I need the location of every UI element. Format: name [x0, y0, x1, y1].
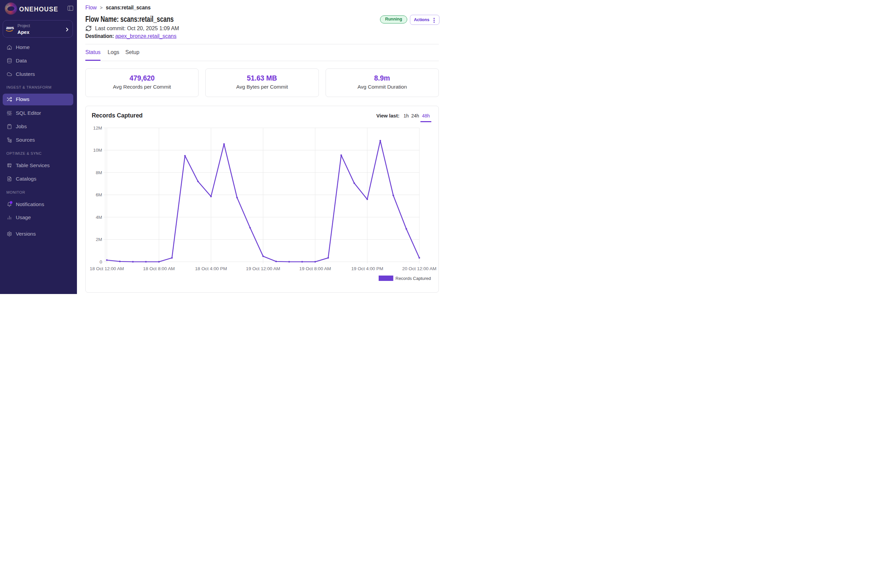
svg-text:8M: 8M [96, 170, 102, 175]
svg-text:2M: 2M [96, 237, 102, 242]
svg-text:6M: 6M [96, 192, 102, 197]
svg-text:10M: 10M [93, 148, 102, 153]
svg-text:12M: 12M [93, 126, 102, 130]
svg-text:19 Oct 12:00 AM: 19 Oct 12:00 AM [246, 266, 280, 271]
svg-text:20 Oct 12:00 AM: 20 Oct 12:00 AM [402, 266, 436, 271]
svg-text:Records Captured: Records Captured [396, 276, 431, 281]
svg-text:4M: 4M [96, 215, 102, 220]
svg-text:aws: aws [6, 25, 14, 30]
svg-text:19 Oct 8:00 AM: 19 Oct 8:00 AM [300, 266, 331, 271]
svg-text:18 Oct 4:00 PM: 18 Oct 4:00 PM [195, 266, 227, 271]
svg-text:18 Oct 12:00 AM: 18 Oct 12:00 AM [90, 266, 124, 271]
svg-text:SQL: SQL [7, 111, 12, 114]
svg-text:0: 0 [99, 260, 102, 264]
svg-text:18 Oct 8:00 AM: 18 Oct 8:00 AM [143, 266, 175, 271]
svg-text:19 Oct 4:00 PM: 19 Oct 4:00 PM [351, 266, 383, 271]
